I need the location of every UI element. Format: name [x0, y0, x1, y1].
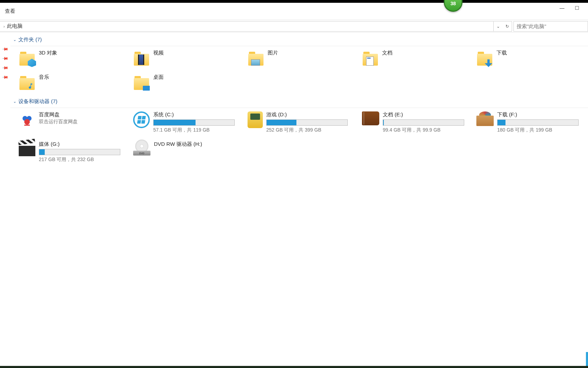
drive-d-games[interactable]: 游戏 (D:) 252 GB 可用，共 399 GB — [247, 111, 361, 134]
folder-icon — [248, 50, 264, 66]
title-bar-top — [0, 0, 588, 3]
taskbar[interactable] — [0, 366, 588, 368]
item-subtitle: 57.1 GB 可用，共 119 GB — [153, 127, 235, 133]
folder-icon — [19, 74, 35, 91]
storage-bar — [383, 119, 464, 126]
storage-bar — [497, 119, 579, 126]
address-right-controls: ⌄ ↻ — [494, 21, 512, 32]
item-label: 文档 (E:) — [383, 111, 464, 118]
history-dropdown-button[interactable]: ⌄ — [494, 22, 503, 31]
item-subtitle: 双击运行百度网盘 — [39, 119, 78, 125]
ribbon-tabs: 查看 — [0, 3, 588, 20]
pin-icon[interactable]: 📌 — [2, 64, 9, 72]
item-label: 文档 — [382, 50, 392, 56]
item-label: 下载 — [496, 50, 507, 56]
item-label: 下载 (F:) — [497, 111, 579, 118]
divider — [10, 108, 588, 108]
section-title: 文件夹 (7) — [18, 36, 42, 43]
film-icon — [138, 55, 144, 65]
section-title: 设备和驱动器 (7) — [18, 98, 58, 105]
folder-music[interactable]: 音乐 — [18, 73, 132, 91]
breadcrumb[interactable]: › 此电脑 — [0, 21, 494, 32]
tab-view[interactable]: 查看 — [1, 6, 19, 17]
baidu-cloud-icon — [19, 111, 35, 128]
item-label: 音乐 — [39, 74, 49, 81]
folder-downloads[interactable]: 下载 — [476, 49, 588, 67]
divider — [10, 46, 588, 46]
clapperboard-icon — [19, 141, 35, 156]
open-box-icon — [476, 111, 494, 126]
pin-icon[interactable]: 📌 — [2, 45, 9, 53]
devices-grid: 百度网盘 双击运行百度网盘 系统 (C:) 57.1 GB 可用，共 119 G… — [10, 111, 588, 164]
folder-desktop[interactable]: 桌面 — [132, 73, 247, 91]
gameboy-icon — [248, 111, 263, 128]
item-label: 图片 — [268, 50, 278, 56]
item-subtitle: 252 GB 可用，共 399 GB — [266, 127, 348, 133]
breadcrumb-location[interactable]: 此电脑 — [7, 23, 23, 30]
window-controls: — ☐ — [560, 5, 579, 11]
item-subtitle: 217 GB 可用，共 232 GB — [39, 157, 120, 163]
item-label: 游戏 (D:) — [266, 111, 348, 118]
svg-point-2 — [24, 119, 30, 125]
drive-c-system[interactable]: 系统 (C:) 57.1 GB 可用，共 119 GB — [132, 111, 247, 134]
item-label: 桌面 — [153, 74, 164, 81]
item-label: DVD RW 驱动器 (H:) — [154, 141, 202, 148]
folder-icon — [362, 50, 379, 66]
address-bar: › 此电脑 ⌄ ↻ — [0, 20, 588, 33]
drive-e-documents[interactable]: 文档 (E:) 99.4 GB 可用，共 99.9 GB — [361, 111, 476, 134]
folder-icon — [476, 50, 493, 66]
content-area: ⌄ 文件夹 (7) 3D 对象 视频 — [10, 33, 588, 367]
device-baidu-netdisk[interactable]: 百度网盘 双击运行百度网盘 — [18, 111, 132, 134]
item-label: 百度网盘 — [39, 111, 78, 118]
maximize-button[interactable]: ☐ — [575, 5, 579, 11]
right-edge-accent — [586, 352, 588, 366]
pin-icon[interactable]: 📌 — [2, 55, 9, 62]
drive-h-dvd[interactable]: DVD DVD RW 驱动器 (H:) — [132, 140, 247, 164]
folder-3d-objects[interactable]: 3D 对象 — [18, 49, 132, 67]
picture-icon — [251, 59, 260, 66]
chevron-down-icon: ⌄ — [13, 37, 16, 42]
storage-bar — [39, 149, 120, 155]
book-icon — [362, 111, 379, 125]
folder-pictures[interactable]: 图片 — [247, 49, 361, 67]
chevron-right-icon: › — [3, 24, 5, 28]
pin-icon[interactable]: 📌 — [2, 74, 9, 81]
folder-videos[interactable]: 视频 — [132, 49, 247, 67]
desktop-icon — [143, 86, 150, 91]
item-label: 媒体 (G:) — [39, 141, 120, 148]
item-label: 视频 — [153, 50, 164, 56]
folders-grid: 3D 对象 视频 图片 — [10, 49, 588, 91]
windows-drive-icon — [133, 111, 150, 128]
storage-bar — [153, 119, 235, 126]
folder-icon — [133, 74, 150, 91]
drive-g-media[interactable]: 媒体 (G:) 217 GB 可用，共 232 GB — [18, 140, 132, 164]
dvd-drive-icon: DVD — [133, 141, 150, 156]
item-label: 系统 (C:) — [153, 111, 235, 118]
music-note-icon — [27, 82, 34, 91]
refresh-button[interactable]: ↻ — [503, 22, 512, 31]
badge-count: 38 — [450, 1, 456, 6]
left-rail: 📌 📌 📌 📌 — [0, 33, 10, 367]
item-subtitle: 180 GB 可用，共 199 GB — [497, 127, 579, 133]
storage-bar — [266, 119, 348, 126]
folder-icon — [19, 50, 35, 66]
document-icon — [366, 57, 374, 66]
section-header-folders[interactable]: ⌄ 文件夹 (7) — [10, 34, 588, 45]
chevron-down-icon: ⌄ — [13, 99, 16, 104]
folder-icon — [133, 50, 150, 66]
svg-rect-3 — [24, 125, 30, 126]
item-label: 3D 对象 — [39, 50, 57, 56]
drive-f-downloads[interactable]: 下载 (F:) 180 GB 可用，共 199 GB — [476, 111, 588, 134]
section-header-devices[interactable]: ⌄ 设备和驱动器 (7) — [10, 96, 588, 107]
search-input[interactable] — [513, 21, 588, 32]
minimize-button[interactable]: — — [560, 5, 564, 11]
item-subtitle: 99.4 GB 可用，共 99.9 GB — [383, 127, 464, 133]
folder-documents[interactable]: 文档 — [361, 49, 476, 67]
